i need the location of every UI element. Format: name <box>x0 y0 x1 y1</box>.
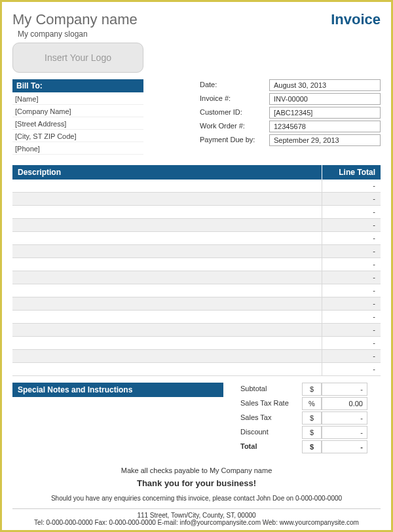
total-value: - <box>322 440 367 453</box>
salestax-sym: $ <box>302 411 322 425</box>
total-label: Total <box>236 440 302 453</box>
discount-value[interactable]: - <box>322 426 367 439</box>
company-name: My Company name <box>12 11 138 28</box>
invoice-meta: Date:August 30, 2013 Invoice #:INV-00000… <box>197 79 381 155</box>
bill-to-city[interactable]: [City, ST ZIP Code] <box>12 130 143 142</box>
taxrate-sym: % <box>302 397 322 410</box>
meta-date-value[interactable]: August 30, 2013 <box>269 79 381 91</box>
bill-to-company[interactable]: [Company Name] <box>12 105 143 117</box>
line-total-header: Line Total <box>322 165 381 180</box>
discount-sym: $ <box>302 426 322 439</box>
subtotal-label: Subtotal <box>236 383 302 396</box>
contact-text: Tel: 0-000-000-0000 Fax: 0-000-000-0000 … <box>12 519 381 526</box>
line-row[interactable]: - <box>12 337 381 350</box>
line-row[interactable]: - <box>12 219 381 232</box>
line-items-header: Description Line Total <box>12 165 381 180</box>
notes-header: Special Notes and Instructions <box>12 383 223 397</box>
address-text: 111 Street, Town/City, County, ST, 00000 <box>12 508 381 519</box>
line-row[interactable]: - <box>12 193 381 206</box>
subtotal-value: - <box>322 383 367 396</box>
logo-placeholder[interactable]: Insert Your Logo <box>12 43 143 73</box>
meta-workorder-value[interactable]: 12345678 <box>269 121 381 132</box>
line-row[interactable]: - <box>12 350 381 363</box>
line-row[interactable]: - <box>12 245 381 258</box>
totals-block: Subtotal$- Sales Tax Rate%0.00 Sales Tax… <box>236 383 381 455</box>
subtotal-sym: $ <box>302 383 322 396</box>
bill-to-name[interactable]: [Name] <box>12 92 143 105</box>
taxrate-value[interactable]: 0.00 <box>322 397 367 410</box>
bill-to-phone[interactable]: [Phone] <box>12 142 143 155</box>
meta-due-value[interactable]: September 29, 2013 <box>269 134 381 146</box>
line-row[interactable]: - <box>12 258 381 271</box>
line-row[interactable]: - <box>12 206 381 219</box>
special-notes: Special Notes and Instructions <box>12 383 223 455</box>
meta-due-label: Payment Due by: <box>197 134 269 146</box>
enquiries-text: Should you have any enquiries concerning… <box>12 495 381 502</box>
total-sym: $ <box>302 440 322 453</box>
salestax-label: Sales Tax <box>236 411 302 425</box>
salestax-value: - <box>322 411 367 425</box>
taxrate-label: Sales Tax Rate <box>236 397 302 410</box>
bill-to-header: Bill To: <box>12 79 143 92</box>
invoice-title: Invoice <box>331 11 381 28</box>
meta-workorder-label: Work Order #: <box>197 121 269 132</box>
desc-header: Description <box>12 165 322 180</box>
line-row[interactable]: - <box>12 363 381 376</box>
line-row[interactable]: - <box>12 232 381 245</box>
line-row[interactable]: - <box>12 180 381 193</box>
line-row[interactable]: - <box>12 324 381 337</box>
discount-label: Discount <box>236 426 302 439</box>
meta-invoice-value[interactable]: INV-00000 <box>269 93 381 105</box>
thanks-text: Thank you for your business! <box>12 478 381 488</box>
line-row[interactable]: - <box>12 311 381 324</box>
meta-customer-value[interactable]: [ABC12345] <box>269 107 381 119</box>
payable-text: Make all checks payable to My Company na… <box>12 466 381 474</box>
footer: Make all checks payable to My Company na… <box>12 466 381 526</box>
company-slogan: My company slogan <box>18 29 381 39</box>
meta-customer-label: Customer ID: <box>197 107 269 119</box>
line-row[interactable]: - <box>12 271 381 284</box>
bill-to-block: Bill To: [Name] [Company Name] [Street A… <box>12 79 143 155</box>
line-items-body: - - - - - - - - - - - - - - - <box>12 180 381 376</box>
bill-to-street[interactable]: [Street Address] <box>12 117 143 130</box>
line-row[interactable]: - <box>12 297 381 311</box>
line-row[interactable]: - <box>12 284 381 297</box>
meta-invoice-label: Invoice #: <box>197 93 269 105</box>
meta-date-label: Date: <box>197 79 269 91</box>
